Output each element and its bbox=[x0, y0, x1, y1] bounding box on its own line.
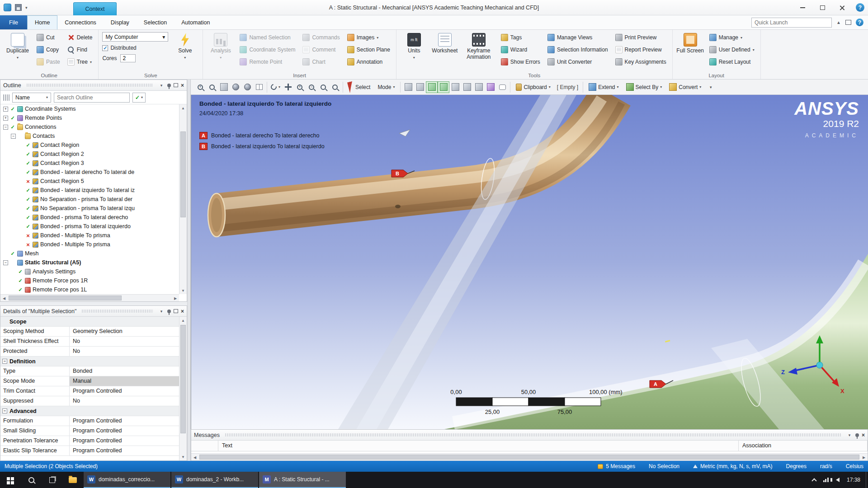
print-preview-button[interactable]: Print Preview bbox=[613, 32, 669, 43]
pane-grip[interactable] bbox=[82, 310, 153, 313]
quick-launch-input[interactable] bbox=[751, 18, 832, 28]
details-property-value[interactable]: Bonded bbox=[70, 366, 179, 376]
close-pane-icon[interactable]: × bbox=[862, 432, 865, 438]
unit-converter-button[interactable]: Unit Converter bbox=[545, 56, 610, 67]
messages-text-column[interactable]: Text bbox=[218, 441, 739, 451]
messages-pane-header[interactable]: Messages ▾ × bbox=[191, 430, 868, 441]
distributed-checkbox[interactable]: ✓Distributed bbox=[102, 44, 168, 52]
full-screen-button[interactable]: Full Screen bbox=[676, 32, 704, 54]
tree-item[interactable]: ✓Remote Force pos 1L bbox=[0, 285, 179, 294]
status-messages[interactable]: 5 Messages bbox=[598, 463, 635, 469]
cores-input[interactable] bbox=[120, 54, 136, 62]
tree-item[interactable]: −Contacts bbox=[0, 131, 179, 141]
pin-icon[interactable] bbox=[167, 310, 171, 313]
cut-button[interactable]: Cut bbox=[34, 32, 62, 43]
details-property-value[interactable]: Geometry Selection bbox=[70, 327, 179, 336]
pane-menu-icon[interactable]: ▾ bbox=[158, 83, 165, 88]
tab-display[interactable]: Display bbox=[104, 15, 137, 29]
minimize-button[interactable] bbox=[793, 0, 812, 15]
expand-icon[interactable]: + bbox=[3, 107, 8, 112]
outline-horizontal-scrollbar[interactable]: ◀ ▶ bbox=[0, 294, 179, 301]
copy-button[interactable]: Copy bbox=[34, 44, 62, 55]
orbit-icon[interactable] bbox=[230, 81, 241, 93]
scrollbar-thumb[interactable] bbox=[180, 131, 186, 217]
show-errors-button[interactable]: Show Errors bbox=[499, 56, 542, 67]
tree-item[interactable]: ✓Bonded - prisma To lateral izquierdo bbox=[0, 222, 179, 231]
file-explorer-button[interactable] bbox=[62, 472, 83, 488]
details-section-header[interactable]: Scope bbox=[0, 317, 179, 327]
box-zoom-icon[interactable]: + bbox=[194, 81, 206, 93]
select-vertex-icon[interactable] bbox=[402, 81, 414, 93]
wizard-button[interactable]: Wizard bbox=[499, 44, 542, 55]
zoom-icon[interactable] bbox=[206, 81, 218, 93]
pane-menu-icon[interactable]: ▾ bbox=[846, 433, 853, 437]
details-vertical-scrollbar[interactable]: ▲ ▼ bbox=[179, 317, 187, 460]
worksheet-button[interactable]: Worksheet bbox=[431, 32, 459, 54]
tree-item[interactable]: ✓No Separation - prisma To lateral izqu bbox=[0, 204, 179, 213]
zoom-fit-icon[interactable] bbox=[329, 81, 341, 93]
float-pane-icon[interactable] bbox=[174, 83, 178, 87]
messages-association-column[interactable]: Association bbox=[739, 441, 868, 451]
select-button[interactable]: Select bbox=[345, 81, 374, 93]
clipboard-dropdown[interactable]: Clipboard▾ bbox=[512, 81, 554, 93]
tree-item[interactable]: +✓Remote Points bbox=[0, 113, 179, 122]
select-edge-icon[interactable] bbox=[414, 81, 426, 93]
tree-item[interactable]: ✓Bonded - prisma To lateral derecho bbox=[0, 213, 179, 222]
close-pane-icon[interactable]: × bbox=[181, 308, 184, 314]
save-icon[interactable] bbox=[15, 4, 22, 11]
close-button[interactable] bbox=[832, 0, 852, 15]
find-button[interactable]: Find bbox=[65, 44, 95, 55]
show-desktop-button[interactable] bbox=[866, 472, 868, 488]
details-property-value[interactable]: No bbox=[70, 396, 179, 406]
details-property-value[interactable]: Program Controlled bbox=[70, 426, 179, 436]
outline-vertical-scrollbar[interactable]: ▲ ▼ bbox=[179, 104, 187, 294]
details-property-value[interactable]: Program Controlled bbox=[70, 386, 179, 396]
tree-item[interactable]: −Static Structural (A5) bbox=[0, 258, 179, 267]
pan-icon[interactable] bbox=[282, 81, 294, 93]
collapse-icon[interactable]: − bbox=[3, 125, 8, 130]
report-preview-button[interactable]: Report Preview bbox=[613, 44, 669, 55]
float-pane-icon[interactable] bbox=[174, 309, 178, 313]
zoom-window-icon[interactable] bbox=[317, 81, 329, 93]
select-face-icon[interactable] bbox=[426, 81, 438, 93]
delete-button[interactable]: Delete bbox=[65, 32, 95, 43]
duplicate-button[interactable]: Duplicate ▾ bbox=[4, 32, 32, 60]
volume-icon[interactable] bbox=[836, 478, 840, 482]
tab-automation[interactable]: Automation bbox=[174, 15, 217, 29]
manage-dropdown[interactable]: Manage▾ bbox=[707, 32, 757, 43]
outline-pane-header[interactable]: Outline ▾ × bbox=[0, 80, 187, 91]
tree-item[interactable]: ✓Bonded - lateral derecho To lateral de bbox=[0, 168, 179, 177]
selection-information-button[interactable]: Selection Information bbox=[545, 44, 610, 55]
scroll-left-icon[interactable]: ◀ bbox=[0, 295, 8, 302]
scrollbar-thumb[interactable] bbox=[199, 455, 859, 460]
tree-item[interactable]: ✓Contact Region bbox=[0, 141, 179, 150]
select-node-icon[interactable] bbox=[449, 81, 461, 93]
toolbar-overflow-icon[interactable]: ▾ bbox=[705, 81, 717, 93]
tree-item[interactable]: ✓Contact Region 2 bbox=[0, 150, 179, 159]
maximize-button[interactable] bbox=[812, 0, 832, 15]
messages-icon-column[interactable] bbox=[191, 441, 218, 451]
details-property-value[interactable]: Program Controlled bbox=[70, 436, 179, 446]
tags-button[interactable]: Tags bbox=[499, 32, 542, 43]
details-property-value[interactable]: Program Controlled bbox=[70, 446, 179, 455]
solve-button[interactable]: Solve ▾ bbox=[171, 32, 199, 60]
details-property-value[interactable]: No bbox=[70, 347, 179, 356]
collapse-icon[interactable]: − bbox=[2, 408, 7, 413]
tab-file[interactable]: File bbox=[0, 15, 27, 29]
app-icon[interactable] bbox=[4, 4, 11, 11]
visibility-filter-dropdown[interactable]: ✓▾ bbox=[132, 93, 146, 103]
details-section-header[interactable]: −Definition bbox=[0, 357, 179, 366]
tree-item[interactable]: −✓Connections bbox=[0, 122, 179, 131]
tree-item[interactable]: ×Bonded - Multiple To prisma bbox=[0, 231, 179, 240]
details-property-value[interactable]: No bbox=[70, 337, 179, 346]
scroll-down-icon[interactable]: ▼ bbox=[179, 453, 187, 460]
key-assignments-button[interactable]: Key Assignments bbox=[613, 56, 669, 67]
taskbar-app-word[interactable]: Wdominadas_correccio... bbox=[84, 472, 170, 488]
user-defined-dropdown[interactable]: User Defined▾ bbox=[707, 44, 757, 55]
name-filter-dropdown[interactable]: Name▾ bbox=[12, 93, 51, 103]
details-property-value[interactable]: Program Controlled bbox=[70, 416, 179, 426]
tab-connections[interactable]: Connections bbox=[57, 15, 104, 29]
extend-dropdown[interactable]: Extend▾ bbox=[585, 81, 622, 93]
scroll-down-icon[interactable]: ▼ bbox=[179, 287, 187, 294]
outline-filter-icon[interactable] bbox=[3, 94, 9, 101]
